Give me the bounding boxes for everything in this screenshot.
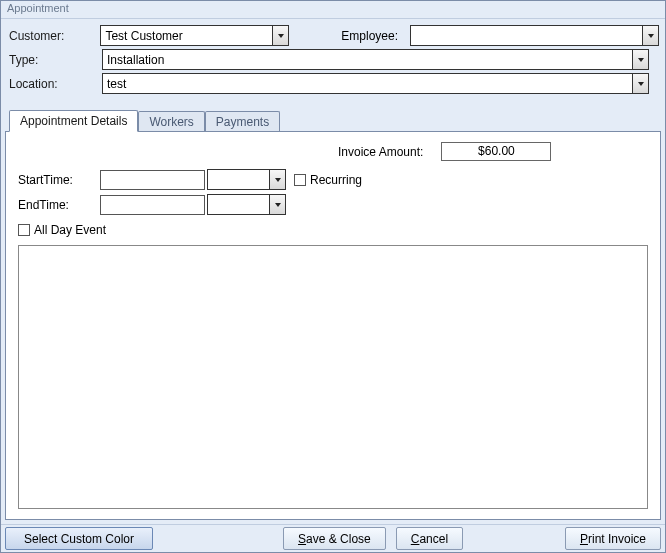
customer-combo[interactable] <box>100 25 289 46</box>
cancel-button[interactable]: Cancel <box>396 527 463 550</box>
header-form: Customer: Employee: Type: Location: <box>1 19 665 107</box>
starttime-time-combo[interactable] <box>207 169 286 190</box>
select-custom-color-button[interactable]: Select Custom Color <box>5 527 153 550</box>
customer-input[interactable] <box>100 25 272 46</box>
tab-appointment-details[interactable]: Appointment Details <box>9 110 138 132</box>
footer-bar: Select Custom Color Save & Close Cancel … <box>1 524 665 552</box>
location-input[interactable] <box>102 73 632 94</box>
tabs-container: Appointment Details Workers Payments Inv… <box>1 107 665 524</box>
type-combo[interactable] <box>102 49 649 70</box>
appointment-window: Appointment Customer: Employee: Type: Lo… <box>0 0 666 553</box>
starttime-date-input[interactable] <box>100 170 205 190</box>
endtime-date-input[interactable] <box>100 195 205 215</box>
location-combo[interactable] <box>102 73 649 94</box>
starttime-label: StartTime: <box>18 173 100 187</box>
invoice-amount-value: $60.00 <box>441 142 551 161</box>
type-input[interactable] <box>102 49 632 70</box>
type-label: Type: <box>7 53 102 67</box>
employee-combo[interactable] <box>410 25 659 46</box>
chevron-down-icon[interactable] <box>272 25 289 46</box>
customer-label: Customer: <box>7 29 100 43</box>
starttime-time-input[interactable] <box>207 169 269 190</box>
chevron-down-icon[interactable] <box>269 169 286 190</box>
window-title: Appointment <box>1 1 665 19</box>
notes-area[interactable] <box>18 245 648 509</box>
endtime-time-input[interactable] <box>207 194 269 215</box>
chevron-down-icon[interactable] <box>632 49 649 70</box>
employee-input[interactable] <box>410 25 642 46</box>
endtime-time-combo[interactable] <box>207 194 286 215</box>
save-close-button[interactable]: Save & Close <box>283 527 386 550</box>
chevron-down-icon[interactable] <box>269 194 286 215</box>
tab-workers[interactable]: Workers <box>138 111 204 132</box>
print-invoice-button[interactable]: Print Invoice <box>565 527 661 550</box>
checkbox-icon[interactable] <box>18 224 30 236</box>
chevron-down-icon[interactable] <box>632 73 649 94</box>
location-label: Location: <box>7 77 102 91</box>
allday-label: All Day Event <box>34 223 106 237</box>
tab-panel-details: Invoice Amount: $60.00 StartTime: Recurr… <box>5 131 661 520</box>
allday-checkbox[interactable]: All Day Event <box>18 223 648 237</box>
chevron-down-icon[interactable] <box>642 25 659 46</box>
tabstrip: Appointment Details Workers Payments <box>5 107 661 131</box>
invoice-amount-label: Invoice Amount: <box>338 145 423 159</box>
recurring-label: Recurring <box>310 173 362 187</box>
recurring-checkbox[interactable]: Recurring <box>294 173 362 187</box>
tab-payments[interactable]: Payments <box>205 111 280 132</box>
checkbox-icon[interactable] <box>294 174 306 186</box>
endtime-label: EndTime: <box>18 198 100 212</box>
employee-label: Employee: <box>319 29 398 43</box>
